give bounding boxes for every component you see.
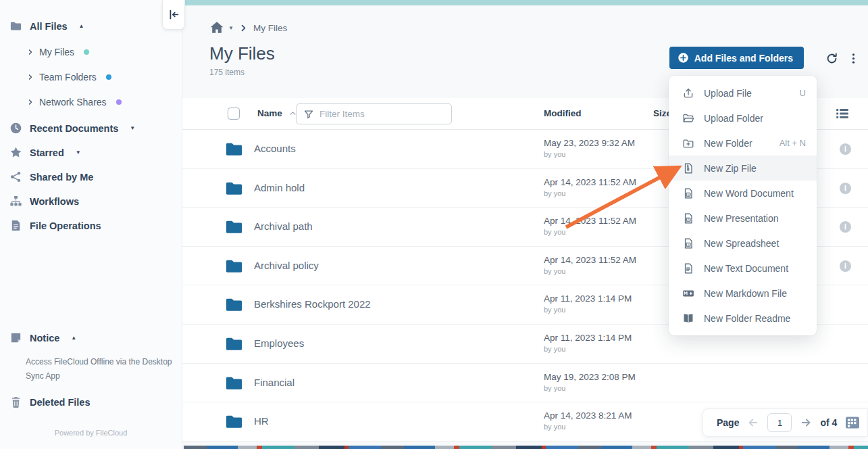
modified-date: May 23, 2023 9:32 AM bbox=[544, 138, 635, 148]
menu-item[interactable]: New Zip File bbox=[669, 156, 817, 181]
file-ppt-icon: P bbox=[682, 212, 694, 224]
modified-by: by you bbox=[544, 228, 565, 236]
file-name[interactable]: Financial bbox=[254, 377, 295, 388]
chevron-right-icon bbox=[27, 49, 34, 55]
folder-icon bbox=[224, 295, 244, 314]
select-all-checkbox[interactable] bbox=[228, 108, 240, 120]
file-name[interactable]: Employees bbox=[254, 337, 304, 349]
filecloud-app: All Files ▲ My Files Team Folders bbox=[0, 0, 868, 449]
menu-item-label: Upload File bbox=[704, 88, 790, 99]
add-files-dropdown-menu: Upload File U Upload Folder New Folder A… bbox=[669, 76, 817, 335]
column-header-modified[interactable]: Modified bbox=[544, 108, 582, 118]
menu-item-label: New Zip File bbox=[704, 163, 806, 174]
folder-icon bbox=[224, 373, 244, 393]
previous-page-button[interactable] bbox=[747, 417, 759, 429]
notice-label: Notice bbox=[30, 333, 59, 344]
menu-item[interactable]: New Text Document bbox=[669, 256, 817, 281]
folder-icon bbox=[224, 256, 244, 276]
powered-by-text: Powered by FileCloud bbox=[0, 429, 182, 442]
sidebar-item-label: Workflows bbox=[30, 196, 79, 207]
file-name[interactable]: Admin hold bbox=[254, 182, 305, 193]
trash-icon bbox=[9, 396, 22, 408]
modified-by: by you bbox=[544, 267, 565, 275]
status-dot bbox=[84, 49, 89, 55]
menu-item[interactable]: Upload File U bbox=[669, 80, 817, 105]
more-options-button[interactable] bbox=[845, 50, 861, 66]
column-header-name[interactable]: Name bbox=[257, 108, 282, 118]
file-name[interactable]: Berkshires Rockport 2022 bbox=[254, 298, 371, 310]
sidebar-item-deleted-files[interactable]: Deleted Files bbox=[9, 396, 182, 408]
markdown-icon bbox=[682, 287, 694, 300]
file-name[interactable]: Accounts bbox=[254, 143, 296, 154]
sidebar-item-label: Team Folders bbox=[39, 72, 97, 82]
top-accent-strip bbox=[182, 0, 868, 5]
sidebar-item[interactable]: All Files ▲ bbox=[9, 20, 182, 32]
menu-item[interactable]: x New Spreadsheet bbox=[669, 231, 817, 256]
info-icon[interactable] bbox=[839, 260, 852, 273]
modified-by: by you bbox=[544, 189, 565, 197]
folder-icon bbox=[224, 139, 244, 159]
sidebar-item[interactable]: File Operations bbox=[9, 219, 182, 232]
home-icon[interactable] bbox=[209, 20, 224, 35]
menu-item[interactable]: P New Presentation bbox=[669, 206, 817, 231]
next-page-button[interactable] bbox=[800, 417, 812, 429]
status-dot bbox=[106, 74, 111, 80]
refresh-button[interactable] bbox=[823, 50, 840, 66]
pagination-bar: Page of 4 bbox=[703, 408, 868, 437]
svg-text:P: P bbox=[688, 218, 690, 221]
file-name[interactable]: Archival path bbox=[254, 220, 313, 232]
breadcrumb-caret-icon[interactable]: ▼ bbox=[228, 25, 234, 31]
upload-file-icon bbox=[682, 87, 694, 99]
file-zip-icon bbox=[682, 162, 694, 174]
chevron-right-icon bbox=[27, 99, 34, 105]
menu-item-shortcut: Alt + N bbox=[780, 138, 806, 148]
modified-date: Apr 14, 2023 11:52 AM bbox=[544, 255, 636, 265]
menu-item[interactable]: New Folder Readme bbox=[669, 306, 817, 331]
sidebar-item[interactable]: Shared by Me bbox=[9, 170, 182, 183]
caret-icon: ▲ bbox=[79, 23, 84, 29]
sidebar-collapse-button[interactable] bbox=[162, 0, 185, 30]
grid-view-icon[interactable] bbox=[845, 415, 860, 430]
menu-item-label: Upload Folder bbox=[704, 113, 806, 124]
sidebar-item[interactable]: Starred ▼ bbox=[9, 146, 182, 159]
breadcrumb-chevron-icon bbox=[239, 24, 248, 32]
sidebar-item[interactable]: Recent Documents ▼ bbox=[9, 122, 182, 135]
file-name[interactable]: HR bbox=[254, 415, 269, 427]
sidebar-item-notice[interactable]: Notice ▲ bbox=[9, 331, 182, 344]
table-row[interactable]: Financial May 19, 2023 2:08 PM by you bbox=[182, 364, 868, 403]
info-icon[interactable] bbox=[839, 143, 852, 156]
notice-text: Access FileCloud Offline via the Desktop… bbox=[0, 355, 182, 383]
info-icon[interactable] bbox=[839, 220, 852, 233]
folder-open-icon bbox=[682, 112, 694, 124]
file-name[interactable]: Archival policy bbox=[254, 260, 319, 271]
add-files-button[interactable]: Add Files and Folders bbox=[669, 47, 804, 69]
sidebar-item[interactable]: Workflows bbox=[9, 195, 182, 208]
menu-item[interactable]: New Folder Alt + N bbox=[669, 131, 817, 156]
sidebar-item[interactable]: Team Folders bbox=[27, 72, 182, 82]
page-number-input[interactable] bbox=[767, 413, 792, 432]
list-view-icon[interactable] bbox=[835, 106, 850, 121]
chevron-right-icon bbox=[27, 74, 34, 80]
menu-item-label: New Word Document bbox=[704, 188, 806, 199]
menu-item[interactable]: w New Word Document bbox=[669, 181, 817, 206]
filter-input[interactable] bbox=[320, 109, 444, 119]
file-xls-icon: x bbox=[682, 237, 694, 250]
modified-by: by you bbox=[544, 306, 565, 314]
sidebar-item[interactable]: My Files bbox=[27, 47, 182, 57]
caret-up-icon: ▲ bbox=[71, 335, 76, 341]
sidebar: All Files ▲ My Files Team Folders bbox=[0, 0, 182, 449]
menu-item[interactable]: New Markdown File bbox=[669, 281, 817, 306]
folder-icon bbox=[224, 412, 244, 431]
info-icon[interactable] bbox=[839, 182, 852, 195]
sitemap-icon bbox=[9, 195, 22, 208]
modified-by: by you bbox=[544, 384, 565, 392]
breadcrumb-current[interactable]: My Files bbox=[253, 23, 287, 33]
menu-item-label: New Spreadsheet bbox=[704, 238, 806, 249]
sidebar-item[interactable]: Network Shares bbox=[27, 97, 182, 108]
menu-item-label: New Folder bbox=[704, 138, 770, 149]
sidebar-item-label: Shared by Me bbox=[30, 172, 93, 183]
menu-item-shortcut: U bbox=[800, 88, 806, 98]
breadcrumb: ▼ My Files bbox=[209, 20, 287, 35]
menu-item[interactable]: Upload Folder bbox=[669, 105, 817, 131]
filter-funnel-icon bbox=[303, 109, 314, 120]
